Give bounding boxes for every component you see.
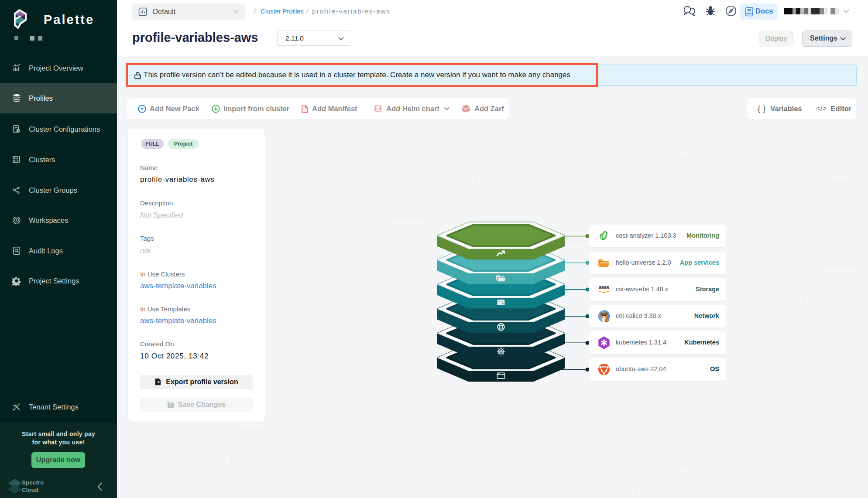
svg-text:aws: aws xyxy=(599,284,610,290)
svg-text:HELM: HELM xyxy=(375,108,381,110)
